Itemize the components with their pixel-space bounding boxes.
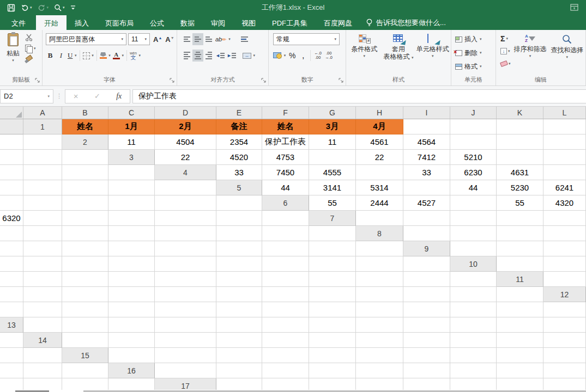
- cut-button[interactable]: [25, 34, 36, 41]
- cell-E2[interactable]: 11: [309, 134, 356, 150]
- cell-C1[interactable]: 2月: [155, 119, 216, 134]
- accounting-format-button[interactable]: ▾: [272, 50, 287, 62]
- cell-I4[interactable]: [0, 180, 23, 195]
- cell-E15[interactable]: [309, 348, 356, 363]
- cell-styles-button[interactable]: 单元格样式 ▾: [415, 30, 450, 76]
- increase-indent-button[interactable]: ►: [226, 50, 237, 62]
- cell-D7[interactable]: [497, 211, 543, 226]
- cell-J6[interactable]: [108, 211, 155, 226]
- cell-E3[interactable]: 22: [356, 150, 403, 165]
- row-header-11[interactable]: 11: [497, 272, 543, 287]
- column-header-I[interactable]: I: [403, 107, 450, 119]
- bottom-align-button[interactable]: [203, 33, 214, 45]
- cell-L4[interactable]: [108, 180, 155, 195]
- tab-8[interactable]: PDF工具集: [264, 15, 316, 30]
- cell-A12[interactable]: [0, 302, 23, 317]
- number-format-combo[interactable]: 常规▾: [273, 33, 340, 45]
- cell-M8[interactable]: [356, 241, 403, 256]
- alignment-dialog-launcher[interactable]: [261, 78, 267, 83]
- undo-button[interactable]: ▾: [19, 3, 34, 13]
- cell-A1[interactable]: 姓名: [62, 119, 108, 134]
- cell-M3[interactable]: [108, 165, 155, 180]
- cell-J7[interactable]: [155, 226, 216, 241]
- cell-C12[interactable]: [62, 302, 108, 317]
- cell-J4[interactable]: [23, 180, 62, 195]
- column-header-L[interactable]: L: [543, 107, 586, 119]
- cell-H11[interactable]: [262, 287, 309, 302]
- cell-C7[interactable]: [450, 211, 497, 226]
- cell-L11[interactable]: [450, 287, 497, 302]
- cell-C5[interactable]: 5314: [356, 180, 403, 195]
- cell-K3[interactable]: [23, 165, 62, 180]
- cell-A17[interactable]: [216, 378, 262, 390]
- phonetic-guide-button[interactable]: wén文 ▾: [129, 50, 142, 62]
- cell-I12[interactable]: [356, 302, 403, 317]
- format-painter-button[interactable]: [25, 56, 33, 63]
- cell-K6[interactable]: [155, 211, 216, 226]
- cell-C9[interactable]: [543, 241, 586, 256]
- column-header-J[interactable]: J: [450, 107, 497, 119]
- cell-G14[interactable]: [356, 333, 403, 348]
- cell-L1[interactable]: [0, 134, 23, 150]
- increase-decimal-button[interactable]: ←.0 .00: [312, 50, 323, 62]
- cell-L15[interactable]: [23, 363, 62, 378]
- cell-K4[interactable]: [62, 180, 108, 195]
- cell-F10[interactable]: [108, 272, 155, 287]
- row-header-15[interactable]: 15: [62, 348, 108, 363]
- cell-F5[interactable]: 5230: [497, 180, 543, 195]
- cell-L13[interactable]: [543, 317, 586, 333]
- cell-M6[interactable]: [262, 211, 309, 226]
- cell-D14[interactable]: [216, 333, 262, 348]
- cell-A14[interactable]: [62, 333, 108, 348]
- row-header-7[interactable]: 7: [309, 211, 356, 226]
- cell-M10[interactable]: [450, 272, 497, 287]
- cell-H3[interactable]: [497, 150, 543, 165]
- column-header-C[interactable]: C: [108, 107, 155, 119]
- cell-M11[interactable]: [497, 287, 543, 302]
- cell-F8[interactable]: [23, 241, 62, 256]
- cell-F14[interactable]: [309, 333, 356, 348]
- row-header-4[interactable]: 4: [155, 165, 216, 180]
- cell-D16[interactable]: [309, 363, 356, 378]
- cell-A3[interactable]: 22: [155, 150, 216, 165]
- cell-H17[interactable]: [543, 378, 586, 390]
- cell-J2[interactable]: [543, 134, 586, 150]
- cell-A13[interactable]: [23, 317, 62, 333]
- row-header-1[interactable]: 1: [23, 119, 62, 134]
- undo-dropdown[interactable]: ▾: [30, 5, 32, 10]
- cell-B4[interactable]: 7450: [262, 165, 309, 180]
- top-align-button[interactable]: [182, 33, 192, 45]
- cell-K8[interactable]: [262, 241, 309, 256]
- column-header-D[interactable]: D: [155, 107, 216, 119]
- number-dialog-launcher[interactable]: [339, 78, 344, 83]
- insert-cells-button[interactable]: 插入▾: [451, 33, 496, 45]
- row-header-2[interactable]: 2: [62, 134, 108, 150]
- row-header-16[interactable]: 16: [108, 363, 155, 378]
- cell-J9[interactable]: [262, 256, 309, 272]
- cell-C10[interactable]: [0, 272, 23, 287]
- cell-G1[interactable]: 4月: [356, 119, 403, 134]
- cell-H9[interactable]: [155, 256, 216, 272]
- cell-G11[interactable]: [216, 287, 262, 302]
- cell-B3[interactable]: 4520: [216, 150, 262, 165]
- tab-3[interactable]: 页面布局: [97, 15, 142, 30]
- cell-H1[interactable]: [403, 119, 450, 134]
- column-header-B[interactable]: B: [62, 107, 108, 119]
- cell-F1[interactable]: 3月: [309, 119, 356, 134]
- cell-E1[interactable]: 姓名: [262, 119, 309, 134]
- column-header-E[interactable]: E: [216, 107, 262, 119]
- save-button[interactable]: [5, 3, 17, 13]
- cell-L14[interactable]: [0, 348, 23, 363]
- cell-M1[interactable]: [23, 134, 62, 150]
- cell-H5[interactable]: [0, 195, 23, 211]
- cell-B8[interactable]: [450, 226, 497, 241]
- cell-F15[interactable]: [356, 348, 403, 363]
- cell-I9[interactable]: [216, 256, 262, 272]
- cell-G12[interactable]: [262, 302, 309, 317]
- cell-K2[interactable]: [0, 150, 23, 165]
- cell-M15[interactable]: [62, 363, 108, 378]
- cell-B1[interactable]: 1月: [108, 119, 155, 134]
- column-header-F[interactable]: F: [262, 107, 309, 119]
- cell-G10[interactable]: [155, 272, 216, 287]
- font-size-combo[interactable]: 11▾: [128, 33, 150, 45]
